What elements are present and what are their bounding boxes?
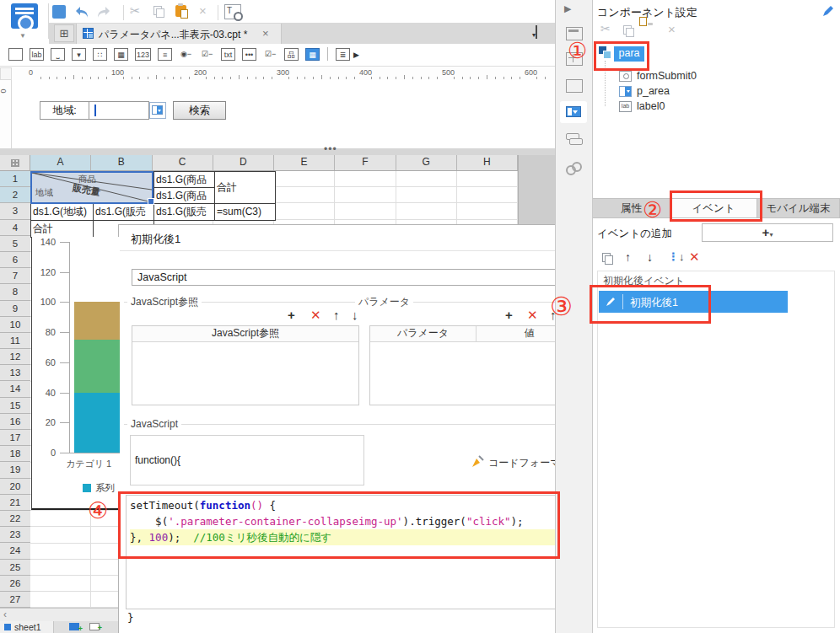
js-ref-up-icon[interactable]: ↑ [333,308,340,322]
collapse-arrow-icon[interactable]: ▶ [564,3,571,14]
row-header-8[interactable]: 8 [0,284,30,300]
param-add-icon[interactable]: + [505,308,513,322]
param-delete-icon[interactable]: ✕ [527,308,538,322]
row-header-20[interactable]: 20 [0,479,30,495]
row-header-25[interactable]: 25 [0,560,30,576]
grid-corner[interactable] [0,155,30,171]
stacked-panels-icon[interactable] [566,133,581,145]
tree-item[interactable]: p_area [619,84,830,99]
text-widget-icon[interactable]: txt [221,48,235,61]
tab-close-icon[interactable]: × [262,27,269,40]
logo-caret-icon[interactable]: ▼ [19,32,26,40]
area-label-cell[interactable]: 地域: [40,101,89,120]
scroll-left-icon[interactable]: ‹ [3,609,7,620]
edit-pencil-icon[interactable] [822,5,834,17]
row-header-4[interactable]: 4 [0,220,30,236]
tree-item[interactable]: lablabel0 [619,99,830,115]
js-ref-delete-icon[interactable]: ✕ [310,308,321,322]
row-header-5[interactable]: 5 [0,236,30,252]
row-header-16[interactable]: 16 [0,414,30,430]
event-up-icon[interactable]: ↑ [625,250,631,264]
pane-splitter[interactable]: ••• [0,148,557,155]
row-header-18[interactable]: 18 [0,446,30,462]
password-widget-icon[interactable]: ••• [242,48,256,61]
row-header-15[interactable]: 15 [0,398,30,414]
combobox-widget-icon[interactable]: ▾ [72,48,86,61]
add-chart-sheet-icon[interactable]: + [89,623,100,630]
cell-B3[interactable]: ds1.G(販売 [93,203,154,221]
cell-C1[interactable]: ds1.G(商品 [153,171,215,188]
textfield-widget-icon[interactable] [8,48,23,61]
button-widget-icon[interactable]: ⎵ [51,48,65,61]
row-header-7[interactable]: 7 [0,268,30,284]
js-ref-table[interactable]: JavaScript参照 [132,325,359,405]
row-header-1[interactable]: 1 [0,171,30,187]
row-header-11[interactable]: 11 [0,333,30,349]
col-header-A[interactable]: A [30,155,91,170]
col-header-C[interactable]: C [153,155,213,170]
event-sort-icon[interactable]: ⋮↓ [668,250,685,263]
label-widget-icon[interactable]: lab [30,48,44,61]
row-header-2[interactable]: 2 [0,187,30,203]
tab-1[interactable]: イベント [670,198,757,217]
checkbox-widget-icon[interactable]: ☑− [263,48,277,61]
event-item-row[interactable]: 初期化後1 [599,291,788,313]
tree-item[interactable]: formSubmit0 [619,69,830,84]
row-header-26[interactable]: 26 [0,576,30,592]
selected-merged-cell-A1B2[interactable]: 商品 販売量 地域 [30,171,153,204]
cut-icon[interactable]: ✂ [130,3,141,19]
selection-handle[interactable] [148,198,154,205]
cell-C3[interactable]: ds1.G(販売 [153,203,215,221]
undo-button[interactable] [74,6,89,19]
row-header-12[interactable]: 12 [0,349,30,365]
sheet-tab[interactable]: sheet1 [0,621,54,633]
col-header-E[interactable]: E [274,155,335,170]
event-delete-icon[interactable]: ✕ [689,249,700,265]
cell-D3[interactable]: =sum(C3) [214,203,276,221]
app-logo-icon[interactable] [11,3,38,29]
row-header-13[interactable]: 13 [0,365,30,381]
query-edit-widget-icon[interactable]: ≣ [336,48,350,61]
area-text-input[interactable] [89,101,149,120]
tree-node-para[interactable]: para [614,46,644,62]
cell-A3[interactable]: ds1.G(地域) [30,203,94,221]
chart-object[interactable]: カテゴリ 1 系列 020406080100120140 [31,237,120,510]
toolbar-more-icon[interactable]: ▶ [353,51,359,59]
panel-cut-icon[interactable]: ✂ [600,22,611,35]
combo-widget-strip-selected[interactable] [560,101,587,123]
radio-panel-widget-icon[interactable]: ∷ [93,48,107,61]
copy-icon[interactable] [153,6,164,17]
row-header-21[interactable]: 21 [0,495,30,511]
col-header-D[interactable]: D [213,155,274,170]
combo-widget-button[interactable] [149,102,166,119]
row-header-9[interactable]: 9 [0,301,30,317]
document-tab[interactable]: パラメータパネ...非表示-03.cpt * × [76,24,282,44]
col-header-G[interactable]: G [396,155,457,170]
row-header-24[interactable]: 24 [0,543,30,559]
check-group-widget-icon[interactable]: ☑− [200,48,214,61]
search-button[interactable]: 検索 [173,101,226,120]
code-editor[interactable]: setTimeout(function() { $('.parameter-co… [126,495,584,609]
find-replace-icon[interactable]: T [224,4,241,19]
row-header-17[interactable]: 17 [0,430,30,446]
cell-A4[interactable]: 合計 [30,220,94,238]
float-window-icon[interactable]: ▾ [536,26,537,38]
row-header-10[interactable]: 10 [0,317,30,333]
cell-D1-D2[interactable]: 合計 [214,171,276,204]
h-scrollbar[interactable]: ‹ [0,608,118,621]
absolute-layout-icon[interactable] [566,79,583,93]
col-header-B[interactable]: B [91,155,152,170]
datepicker-widget-icon[interactable]: ▦ [305,48,320,61]
event-down-icon[interactable]: ↓ [647,250,653,264]
add-report-sheet-icon[interactable]: + [69,623,79,630]
row-header-27[interactable]: 27 [0,592,30,608]
textarea-widget-icon[interactable]: ≡ [158,48,172,61]
row-header-14[interactable]: 14 [0,381,30,397]
js-ref-down-icon[interactable]: ↓ [352,308,358,322]
grid-widget-icon[interactable]: ▦ [114,48,128,61]
row-header-6[interactable]: 6 [0,252,30,268]
panel-delete-icon[interactable]: × [668,22,676,36]
row-header-3[interactable]: 3 [0,203,30,219]
number-widget-icon[interactable]: 123 [135,48,151,61]
link-icon[interactable] [566,162,581,174]
